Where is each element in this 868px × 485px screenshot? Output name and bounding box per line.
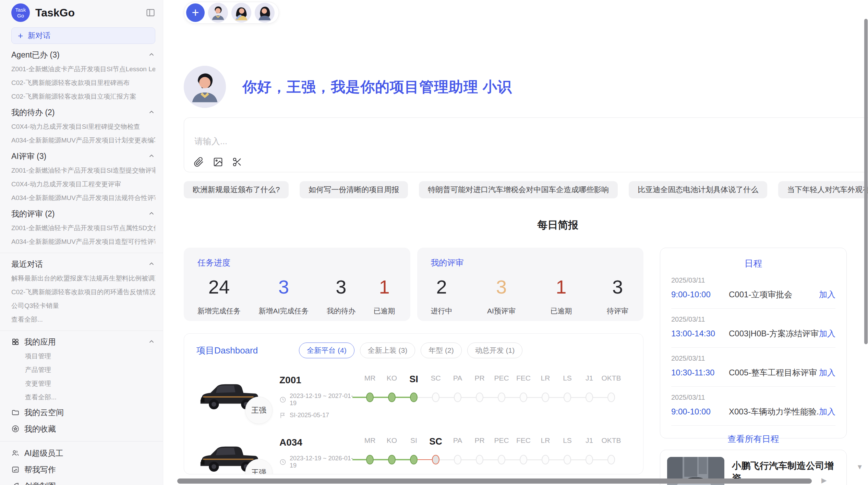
- section-title: 我的待办 (2): [11, 107, 55, 118]
- project-name: Z001: [279, 375, 359, 386]
- list-item[interactable]: Z001-全新燃油轻卡产品开发项目SI节点属性5D文件评审: [11, 221, 155, 235]
- suggestion-chip[interactable]: 当下年轻人对汽车外观有怎样的喜好趋势: [778, 181, 868, 198]
- list-item[interactable]: A034-全新新能源MUV产品开发项目法规符合性评审: [11, 191, 155, 205]
- sidebar-item-cloud-space[interactable]: 我的云空间: [11, 404, 155, 421]
- right-column: 日程 2025/03/11 9:00-10:00 C001-立项审批会 加入 2…: [660, 248, 847, 485]
- view-all-apps-link[interactable]: 查看全部...: [11, 390, 155, 404]
- sidebar-item-label: 创意制图: [24, 481, 56, 485]
- chevron-up-icon[interactable]: [148, 260, 155, 268]
- session-avatar-2[interactable]: [231, 3, 251, 23]
- scissors-icon[interactable]: [232, 157, 242, 167]
- sidebar-item-label: AI超级员工: [24, 448, 63, 459]
- list-item[interactable]: Z001-全新燃油轻卡产品开发项目SI造型提交物评审: [11, 164, 155, 177]
- sidebar-collapse-icon[interactable]: [146, 8, 155, 17]
- image-upload-icon[interactable]: [213, 157, 223, 167]
- stat-value: 3: [336, 276, 346, 298]
- filter-chip[interactable]: 动总开发 (1): [467, 343, 523, 358]
- date-range: 2023-12-19 ~ 2026-01-19: [290, 455, 359, 469]
- message-input[interactable]: [194, 136, 718, 151]
- task-progress-card: 任务进度 24 新增完成任务 3 新增AI完成任务 3 我的待办: [184, 248, 410, 321]
- suggestion-chip[interactable]: 比亚迪全固态电池计划具体说了什么: [629, 181, 767, 198]
- sidebar-item-help-write[interactable]: 帮我写作: [11, 461, 155, 478]
- filter-chip[interactable]: 全新上装 (3): [360, 343, 415, 358]
- project-row[interactable]: 王强 Z001 2023-12-19 ~ 2027-01-19 SI-2025-…: [196, 373, 631, 421]
- project-flag: SC-2025-05-17: [279, 474, 359, 474]
- sidebar-item-project-mgmt[interactable]: 项目管理: [11, 349, 155, 363]
- sidebar-item-label: 我的云空间: [24, 407, 64, 418]
- join-button[interactable]: 加入: [819, 328, 835, 339]
- project-row[interactable]: 王强 A034 2023-12-19 ~ 2026-01-19 SC-2025-…: [196, 436, 631, 474]
- list-item[interactable]: C0X4-动力总成开发项目SI里程碑提交物检查: [11, 120, 155, 134]
- date-range: 2023-12-19 ~ 2027-01-19: [290, 393, 359, 407]
- chevron-up-icon[interactable]: [148, 210, 155, 217]
- milestone-label: OKTB: [600, 374, 622, 385]
- session-avatar-1[interactable]: [208, 3, 228, 23]
- section-title: 我的评审 (2): [11, 209, 55, 219]
- project-image: 王强: [196, 373, 260, 415]
- milestone-labels: MR KO SI SC PA PR PEC FEC LR LS J1 OKTB: [359, 374, 631, 385]
- suggestion-chip[interactable]: 如何写一份清晰的项目周报: [300, 181, 408, 198]
- project-info: A034 2023-12-19 ~ 2026-01-19 SC-2025-05-…: [279, 436, 359, 474]
- list-item[interactable]: A034-全新新能源MUV产品开发项目计划变更表编写: [11, 134, 155, 147]
- sidebar-item-ai-super-staff[interactable]: AI超级员工: [11, 445, 155, 461]
- divider: [0, 331, 163, 331]
- sidebar-item-favorites[interactable]: 我的收藏: [11, 421, 155, 437]
- view-all-chats-link[interactable]: 查看全部...: [11, 313, 155, 326]
- session-avatar-3[interactable]: [255, 3, 275, 23]
- milestone-label: PR: [469, 436, 491, 447]
- section-my-apps[interactable]: 我的应用: [11, 334, 155, 349]
- schedule-title: 日程: [671, 258, 835, 270]
- section-recent-chats[interactable]: 最近对话: [11, 257, 155, 272]
- schedule-time: 10:30-11:30: [671, 368, 729, 377]
- section-ai-review[interactable]: AI评审 (3): [11, 149, 155, 164]
- stat-value: 3: [612, 276, 623, 298]
- chevron-up-icon[interactable]: [148, 51, 155, 59]
- schedule-name: X003-车辆动力学性能验...: [729, 406, 819, 417]
- stat-value: 2: [436, 276, 447, 298]
- milestone-label: J1: [578, 374, 600, 385]
- section-my-todo[interactable]: 我的待办 (2): [11, 105, 155, 120]
- new-chat-button[interactable]: + 新对话: [11, 27, 155, 44]
- list-item[interactable]: C02-飞腾新能源轻客改款项目立项汇报方案: [11, 90, 155, 103]
- view-all-schedule-link[interactable]: 查看所有日程: [671, 433, 835, 445]
- milestone-dots: [352, 455, 631, 465]
- scroll-down-arrow[interactable]: ▼: [856, 463, 863, 471]
- milestone-label: PA: [447, 374, 469, 385]
- folder-icon: [11, 408, 20, 416]
- list-item[interactable]: C02-飞腾新能源轻客改款项目里程碑画布: [11, 76, 155, 90]
- milestone-dots: [352, 392, 631, 402]
- logo-text-top: Task: [15, 7, 26, 13]
- chevron-up-icon[interactable]: [148, 152, 155, 160]
- sidebar-item-change-mgmt[interactable]: 变更管理: [11, 377, 155, 390]
- chevron-up-icon[interactable]: [148, 109, 155, 116]
- vertical-scrollbar[interactable]: [864, 19, 868, 344]
- list-item[interactable]: C0X4-动力总成开发项目工程变更评审: [11, 177, 155, 191]
- list-item[interactable]: C02-飞腾新能源轻客改款项目的闭环通告反馈情况: [11, 285, 155, 299]
- milestone-label: PEC: [491, 436, 513, 447]
- owner-badge: 王强: [245, 397, 273, 424]
- stat-list: 24 新增完成任务 3 新增AI完成任务 3 我的待办 1: [197, 276, 395, 316]
- list-item[interactable]: 解释最新出台的欧盟报废车法规再生塑料比例被调至15%...: [11, 272, 155, 285]
- stat-list: 2 进行中 3 AI预评审 1 已逾期 3 待评: [431, 276, 629, 316]
- suggestion-chip[interactable]: 特朗普可能对进口汽车增税会对中国车企造成哪些影响: [419, 181, 618, 198]
- suggestion-chip[interactable]: 欧洲新规最近颁布了什么?: [184, 181, 289, 198]
- list-item[interactable]: A034-全新新能源MUV产品开发项目造型可行性评审: [11, 235, 155, 249]
- section-agent-done[interactable]: Agent已办 (3): [11, 47, 155, 62]
- join-button[interactable]: 加入: [819, 289, 835, 300]
- scroll-right-arrow[interactable]: ▶: [821, 476, 827, 484]
- sidebar-item-product-mgmt[interactable]: 产品管理: [11, 363, 155, 377]
- horizontal-scrollbar[interactable]: [177, 478, 812, 484]
- join-button[interactable]: 加入: [819, 367, 835, 378]
- filter-chip-active[interactable]: 全新平台 (4): [299, 343, 354, 358]
- list-item[interactable]: 公司Q3轻卡销量: [11, 299, 155, 313]
- join-button[interactable]: 加入: [819, 406, 835, 417]
- section-my-review[interactable]: 我的评审 (2): [11, 206, 155, 221]
- sidebar-item-creative-draw[interactable]: 创意制图: [11, 478, 155, 485]
- people-icon: [11, 449, 20, 457]
- list-item[interactable]: Z001-全新燃油皮卡产品开发项目SI节点Lesson Learn报告: [11, 62, 155, 76]
- add-session-button[interactable]: +: [186, 3, 205, 22]
- attachment-icon[interactable]: [194, 157, 204, 167]
- filter-chip[interactable]: 年型 (2): [421, 343, 462, 358]
- chevron-up-icon[interactable]: [148, 338, 155, 346]
- feather-pen-icon: [11, 482, 20, 485]
